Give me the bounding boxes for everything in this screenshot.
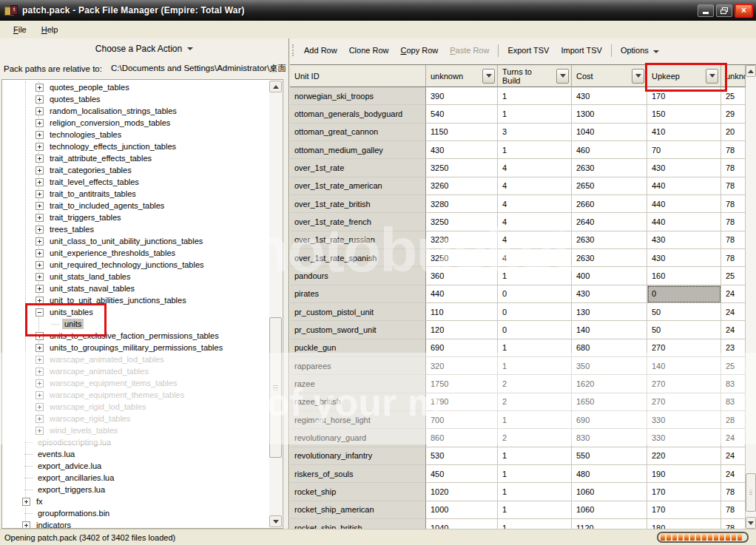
table-cell[interactable]: 0 bbox=[498, 303, 572, 321]
table-cell[interactable]: 270 bbox=[647, 339, 721, 357]
table-cell[interactable]: 700 bbox=[426, 411, 498, 429]
table-cell[interactable]: 540 bbox=[426, 105, 498, 123]
table-cell[interactable]: 860 bbox=[426, 429, 498, 447]
tree-item-export_advice-lua[interactable]: export_advice.lua bbox=[24, 460, 104, 472]
tree-item-unit_experience_thresholds_tables[interactable]: unit_experience_thresholds_tables bbox=[36, 247, 178, 259]
tree-item-technologies_tables[interactable]: technologies_tables bbox=[36, 129, 124, 141]
tree-item-groupformations-bin[interactable]: groupformations.bin bbox=[24, 507, 112, 519]
table-cell[interactable]: 1 bbox=[498, 483, 572, 501]
table-cell[interactable]: 1150 bbox=[426, 123, 498, 141]
table-cell[interactable]: 680 bbox=[572, 339, 647, 357]
toolbar-button-add-row[interactable]: Add Row bbox=[298, 43, 343, 58]
tree-expander-collapsed[interactable] bbox=[36, 119, 44, 127]
table-cell[interactable]: 78 bbox=[721, 213, 746, 231]
table-cell[interactable]: 690 bbox=[426, 339, 498, 357]
tree-expander-collapsed[interactable] bbox=[36, 226, 44, 234]
table-cell[interactable]: 460 bbox=[572, 141, 647, 159]
table-cell[interactable]: 1790 bbox=[426, 393, 498, 411]
row-header[interactable]: over_1st_rate_american bbox=[290, 177, 426, 195]
menu-item-help[interactable]: Help bbox=[34, 22, 66, 37]
column-header-unit-id[interactable]: Unit ID bbox=[290, 65, 426, 87]
table-cell[interactable]: 2630 bbox=[572, 231, 647, 249]
tree-expander-collapsed[interactable] bbox=[36, 107, 44, 115]
toolbar-button-export-tsv[interactable]: Export TSV bbox=[502, 43, 555, 58]
table-cell[interactable]: 410 bbox=[647, 123, 721, 141]
row-header[interactable]: ottoman_great_cannon bbox=[290, 123, 426, 141]
tree-item-random_localisation_strings_tables[interactable]: random_localisation_strings_tables bbox=[36, 105, 179, 117]
table-cell[interactable]: 1020 bbox=[426, 483, 498, 501]
tree-expander-collapsed[interactable] bbox=[22, 521, 30, 529]
table-cell[interactable]: 1 bbox=[498, 447, 572, 465]
table-cell[interactable]: 2650 bbox=[572, 177, 647, 195]
tree-expander-collapsed[interactable] bbox=[36, 403, 44, 411]
tree-item-quotes_people_tables[interactable]: quotes_people_tables bbox=[36, 81, 132, 93]
table-cell[interactable]: 350 bbox=[572, 357, 647, 375]
table-cell[interactable]: 3260 bbox=[426, 177, 498, 195]
tree-expander-collapsed[interactable] bbox=[36, 297, 44, 305]
tree-expander-collapsed[interactable] bbox=[36, 273, 44, 281]
table-cell[interactable]: 3 bbox=[498, 123, 572, 141]
tree-item-warscape_animated_lod_tables[interactable]: warscape_animated_lod_tables bbox=[36, 353, 166, 365]
tree-item-export_triggers-lua[interactable]: export_triggers.lua bbox=[24, 484, 107, 495]
table-cell[interactable]: 430 bbox=[647, 231, 721, 249]
table-cell[interactable]: 550 bbox=[572, 447, 647, 465]
table-cell[interactable]: 220 bbox=[647, 447, 721, 465]
table-cell[interactable]: 1060 bbox=[572, 501, 647, 519]
row-header[interactable]: norwegian_ski_troops bbox=[290, 87, 426, 105]
tree-item-warscape_rigid_lod_tables[interactable]: warscape_rigid_lod_tables bbox=[36, 401, 148, 413]
column-filter-dropdown[interactable] bbox=[556, 69, 569, 84]
row-header[interactable]: rocket_ship bbox=[290, 483, 426, 501]
tree-expander-collapsed[interactable] bbox=[36, 131, 44, 139]
toolbar-button-copy-row[interactable]: Copy Row bbox=[394, 43, 444, 58]
row-header[interactable]: pirates bbox=[290, 285, 426, 303]
tree-item-technology_effects_junction_tables[interactable]: technology_effects_junction_tables bbox=[36, 141, 178, 152]
tree-item-events-lua[interactable]: events.lua bbox=[24, 448, 77, 460]
table-cell[interactable]: 2640 bbox=[572, 213, 647, 231]
table-cell[interactable]: 430 bbox=[647, 159, 721, 177]
tree-item-unit_stats_land_tables[interactable]: unit_stats_land_tables bbox=[36, 271, 132, 282]
table-cell[interactable]: 1 bbox=[498, 141, 572, 159]
column-filter-dropdown[interactable] bbox=[482, 69, 495, 84]
tree-expander-collapsed[interactable] bbox=[36, 379, 44, 387]
tree-item-episodicscripting-lua[interactable]: episodicscripting.lua bbox=[24, 436, 113, 448]
toolbar-button-import-tsv[interactable]: Import TSV bbox=[555, 43, 607, 58]
scrollbar-thumb[interactable] bbox=[269, 317, 282, 458]
tree-item-religion_conversion_mods_tables[interactable]: religion_conversion_mods_tables bbox=[36, 117, 172, 129]
table-cell[interactable]: 690 bbox=[572, 411, 647, 429]
row-header[interactable]: rapparees bbox=[290, 357, 426, 375]
row-header[interactable]: ottoman_generals_bodyguard bbox=[290, 105, 426, 123]
column-header-upkeep[interactable]: Upkeep bbox=[647, 65, 721, 87]
row-header[interactable]: pr_custom_pistol_unit bbox=[290, 303, 426, 321]
scroll-up-button[interactable] bbox=[746, 65, 756, 77]
table-cell[interactable]: 78 bbox=[721, 231, 746, 249]
table-cell[interactable]: 2660 bbox=[572, 195, 647, 213]
row-header[interactable]: over_1st_rate bbox=[290, 159, 426, 177]
tree-expander-collapsed[interactable] bbox=[36, 214, 44, 222]
table-cell[interactable]: 1 bbox=[498, 357, 572, 375]
table-cell[interactable]: 24 bbox=[721, 429, 746, 447]
menu-item-file[interactable]: File bbox=[6, 22, 34, 37]
tree-item-trait_level_effects_tables[interactable]: trait_level_effects_tables bbox=[36, 176, 141, 188]
minimize-button[interactable] bbox=[698, 4, 714, 17]
scroll-up-button[interactable] bbox=[269, 81, 282, 92]
table-cell[interactable]: 440 bbox=[426, 285, 498, 303]
table-cell[interactable]: 70 bbox=[647, 141, 721, 159]
tree-expander-collapsed[interactable] bbox=[36, 249, 44, 257]
table-cell[interactable]: 24 bbox=[721, 321, 746, 339]
table-cell[interactable]: 50 bbox=[647, 321, 721, 339]
tree-expander-collapsed[interactable] bbox=[36, 190, 44, 198]
table-cell[interactable]: 78 bbox=[721, 501, 746, 519]
table-cell[interactable]: 25 bbox=[721, 357, 746, 375]
table-cell[interactable]: 1 bbox=[498, 267, 572, 285]
table-cell[interactable]: 1300 bbox=[572, 105, 647, 123]
table-cell[interactable]: 24 bbox=[721, 303, 746, 321]
tree-expander-collapsed[interactable] bbox=[36, 178, 44, 186]
table-cell[interactable]: 1040 bbox=[426, 519, 498, 529]
table-cell[interactable]: 430 bbox=[426, 141, 498, 159]
table-cell[interactable]: 3230 bbox=[426, 231, 498, 249]
pack-action-dropdown[interactable]: Choose a Pack Action bbox=[0, 38, 288, 59]
table-cell[interactable]: 0 bbox=[498, 285, 572, 303]
table-cell[interactable]: 28 bbox=[721, 411, 746, 429]
tree-item-trait_triggers_tables[interactable]: trait_triggers_tables bbox=[36, 211, 124, 223]
row-header[interactable]: pr_custom_sword_unit bbox=[290, 321, 426, 339]
